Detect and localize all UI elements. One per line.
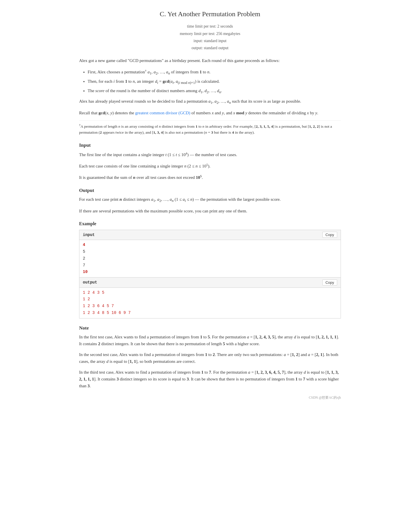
copy-input-button[interactable]: Copy bbox=[322, 232, 337, 238]
output-type: output: standard output bbox=[79, 44, 341, 51]
input-heading: Input bbox=[79, 141, 341, 149]
output-line-3: 1 2 3 6 4 5 7 bbox=[83, 303, 337, 310]
footnote: †A permutation of length n is an array c… bbox=[79, 120, 341, 136]
example-section: Example input Copy 4 5 2 7 10 output Cop… bbox=[79, 220, 341, 318]
watermark: CSDN @想要AC的sjh bbox=[79, 395, 341, 400]
output-line-4: 1 2 3 4 8 5 10 6 9 7 bbox=[83, 310, 337, 316]
output-block-label: output bbox=[83, 279, 97, 285]
input-line-3: 2 bbox=[83, 255, 337, 262]
output-heading: Output bbox=[79, 187, 341, 194]
note-paragraph-1: In the first test case, Alex wants to fi… bbox=[79, 334, 341, 347]
input-line-2: 5 bbox=[83, 249, 337, 255]
output-line-2: 1 2 bbox=[83, 296, 337, 303]
note-heading: Note bbox=[79, 324, 341, 332]
output-line-1: 1 2 4 3 5 bbox=[83, 289, 337, 296]
note-paragraph-2: In the second test case, Alex wants to f… bbox=[79, 351, 341, 365]
page-title: C. Yet Another Permutation Problem bbox=[79, 9, 341, 19]
input-block-header: input Copy bbox=[79, 230, 341, 240]
output-line-2: If there are several permutations with t… bbox=[79, 208, 341, 214]
intro-paragraph-3: Recall that gcd(x, y) denotes the greate… bbox=[79, 109, 341, 116]
input-type: input: standard input bbox=[79, 37, 341, 44]
output-block-header: output Copy bbox=[79, 278, 341, 287]
intro-paragraph-1: Alex got a new game called "GCD permutat… bbox=[79, 57, 341, 64]
input-line-2: Each test case consists of one line cont… bbox=[79, 162, 341, 169]
output-block: output Copy 1 2 4 3 5 1 2 1 2 3 6 4 5 7 … bbox=[79, 278, 341, 318]
input-line-4: 7 bbox=[83, 262, 337, 269]
bullet-3: The score of the round is the number of … bbox=[88, 87, 341, 95]
bullet-2: Then, for each i from 1 to n, an integer… bbox=[88, 78, 341, 86]
output-line-1: For each test case print n distinct inte… bbox=[79, 196, 341, 204]
meta-info: time limit per test: 2 seconds memory li… bbox=[79, 23, 341, 51]
note-paragraph-3: In the third test case, Alex wants to fi… bbox=[79, 369, 341, 389]
input-line-1: 4 bbox=[83, 242, 337, 249]
output-block-body: 1 2 4 3 5 1 2 1 2 3 6 4 5 7 1 2 3 4 8 5 … bbox=[79, 288, 341, 318]
input-block: input Copy 4 5 2 7 10 bbox=[79, 230, 341, 278]
example-label: Example bbox=[79, 220, 341, 227]
input-line-5: 10 bbox=[83, 269, 337, 276]
input-line-3: It is guaranteed that the sum of n over … bbox=[79, 173, 341, 181]
input-line-1: The first line of the input contains a s… bbox=[79, 151, 341, 158]
input-block-label: input bbox=[83, 232, 95, 238]
input-block-body: 4 5 2 7 10 bbox=[79, 240, 341, 277]
time-limit: time limit per test: 2 seconds bbox=[79, 23, 341, 30]
intro-bullets: First, Alex chooses a permutation† a1, a… bbox=[88, 68, 341, 95]
intro-paragraph-2: Alex has already played several rounds s… bbox=[79, 98, 341, 105]
copy-output-button[interactable]: Copy bbox=[322, 280, 337, 285]
bullet-1: First, Alex chooses a permutation† a1, a… bbox=[88, 68, 341, 76]
gcd-link[interactable]: greatest common divisor (GCD) bbox=[135, 111, 190, 115]
memory-limit: memory limit per test: 256 megabytes bbox=[79, 30, 341, 37]
